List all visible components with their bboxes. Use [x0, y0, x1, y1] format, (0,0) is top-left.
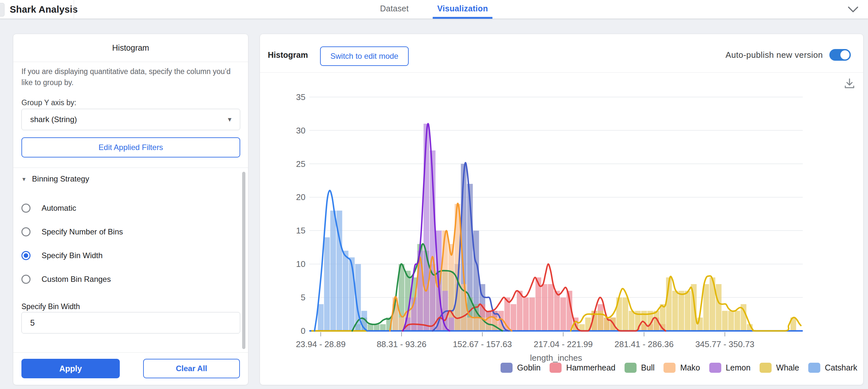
auto-publish-control: Auto-publish new version [725, 49, 851, 61]
svg-text:length_inches: length_inches [530, 353, 582, 363]
radio-specify-number-of-bins[interactable]: Specify Number of Bins [22, 227, 123, 236]
svg-text:20: 20 [296, 192, 306, 202]
radio-label: Specify Bin Width [41, 251, 102, 260]
svg-text:23.94 - 28.89: 23.94 - 28.89 [296, 339, 345, 349]
collapse-caret-icon: ▾ [22, 175, 26, 183]
svg-text:25: 25 [296, 159, 306, 169]
svg-text:88.31 - 93.26: 88.31 - 93.26 [376, 339, 426, 349]
panel-scrollbar[interactable] [242, 172, 245, 349]
legend-label: Mako [680, 363, 700, 372]
radio-label: Automatic [41, 204, 76, 213]
radio-custom-bin-ranges[interactable]: Custom Bin Ranges [22, 275, 111, 284]
legend-swatch [624, 363, 637, 373]
settings-description: If you are displaying quantitative data,… [22, 66, 234, 88]
chevron-down-icon[interactable] [847, 4, 859, 14]
apply-button[interactable]: Apply [22, 359, 120, 378]
auto-publish-toggle[interactable] [829, 49, 851, 61]
bin-width-input[interactable] [22, 312, 240, 333]
legend-item-lemon[interactable]: Lemon [709, 363, 750, 373]
histogram-chart: 0510152025303523.94 - 28.8988.31 - 93.26… [260, 72, 864, 376]
top-bar: Shark Analysis Dataset Visualization [0, 0, 868, 19]
legend-item-goblin[interactable]: Goblin [500, 363, 540, 373]
chart-title: Histogram [268, 50, 308, 60]
divider [13, 168, 248, 168]
svg-text:10: 10 [296, 259, 306, 269]
binning-strategy-header[interactable]: ▾ Binning Strategy [22, 174, 89, 183]
chart-legend: GoblinHammerheadBullMakoLemonWhaleCatsha… [500, 363, 857, 373]
radio-circle-selected [22, 251, 31, 260]
radio-specify-bin-width[interactable]: Specify Bin Width [22, 251, 102, 260]
histogram-settings-panel: Histogram If you are displaying quantita… [13, 34, 248, 385]
visualization-panel: Histogram Switch to edit mode Auto-publi… [260, 34, 864, 385]
svg-text:15: 15 [296, 226, 306, 235]
legend-swatch [709, 363, 721, 373]
svg-text:5: 5 [301, 293, 306, 302]
clear-all-button[interactable]: Clear All [143, 359, 240, 378]
legend-swatch [760, 363, 772, 373]
tab-dataset[interactable]: Dataset [376, 0, 413, 19]
radio-circle [22, 227, 31, 236]
legend-item-mako[interactable]: Mako [663, 363, 700, 373]
svg-text:345.77 - 350.73: 345.77 - 350.73 [695, 339, 754, 349]
svg-text:281.41 - 286.36: 281.41 - 286.36 [615, 339, 674, 349]
radio-label: Custom Bin Ranges [41, 275, 111, 284]
legend-swatch [500, 363, 513, 373]
group-column-value: shark (String) [30, 115, 77, 124]
legend-label: Lemon [726, 363, 750, 372]
legend-swatch [663, 363, 676, 373]
binning-strategy-title: Binning Strategy [32, 174, 89, 183]
svg-text:0: 0 [301, 326, 306, 336]
divider [13, 352, 248, 353]
legend-swatch [550, 363, 562, 373]
svg-text:35: 35 [296, 92, 306, 102]
legend-item-hammerhead[interactable]: Hammerhead [550, 363, 615, 373]
legend-item-catshark[interactable]: Catshark [808, 363, 857, 373]
group-y-axis-label: Group Y axis by: [22, 98, 76, 107]
bin-width-label: Specify Bin Width [22, 302, 80, 311]
legend-label: Hammerhead [566, 363, 615, 372]
auto-publish-label: Auto-publish new version [725, 50, 823, 60]
legend-label: Whale [776, 363, 799, 372]
radio-circle [22, 204, 31, 213]
group-column-select[interactable]: shark (String) ▾ [22, 109, 240, 130]
tab-bar: Dataset Visualization [0, 0, 868, 19]
switch-to-edit-mode-button[interactable]: Switch to edit mode [320, 47, 409, 66]
legend-label: Bull [641, 363, 655, 372]
legend-label: Catshark [825, 363, 857, 372]
toggle-knob [840, 50, 849, 59]
svg-text:30: 30 [296, 126, 306, 136]
legend-label: Goblin [517, 363, 540, 372]
radio-circle [22, 275, 31, 284]
radio-label: Specify Number of Bins [41, 227, 123, 236]
tab-visualization[interactable]: Visualization [433, 0, 492, 19]
select-caret-icon: ▾ [228, 115, 231, 124]
edit-applied-filters-button[interactable]: Edit Applied Filters [22, 137, 240, 157]
radio-automatic[interactable]: Automatic [22, 204, 76, 213]
svg-text:217.04 - 221.99: 217.04 - 221.99 [534, 339, 593, 349]
svg-text:152.67 - 157.63: 152.67 - 157.63 [453, 339, 512, 349]
legend-item-bull[interactable]: Bull [624, 363, 655, 373]
settings-panel-title: Histogram [13, 34, 248, 62]
legend-swatch [808, 363, 820, 373]
legend-item-whale[interactable]: Whale [760, 363, 799, 373]
